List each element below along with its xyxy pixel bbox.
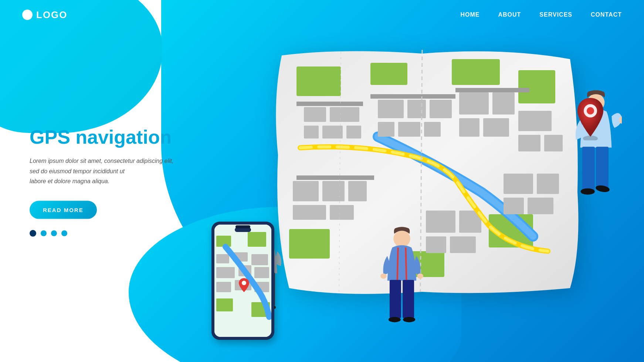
person-2 (378, 225, 426, 340)
header: LOGO HOME ABOUT SERVICES CONTACT (0, 0, 644, 30)
svg-rect-19 (492, 92, 515, 115)
svg-line-70 (397, 247, 398, 281)
big-pin-svg (574, 96, 607, 140)
svg-rect-26 (322, 181, 345, 201)
pagination-dot-1[interactable] (30, 230, 36, 236)
svg-rect-18 (459, 92, 489, 115)
svg-rect-10 (322, 126, 343, 139)
hero-content: GPS navigation Lorem ipsum dolor sit ame… (30, 126, 174, 237)
svg-rect-11 (346, 126, 361, 139)
svg-rect-33 (450, 236, 476, 253)
svg-rect-41 (296, 175, 374, 180)
logo-dot-icon (22, 10, 33, 20)
svg-point-46 (587, 107, 594, 115)
svg-rect-1 (370, 63, 407, 85)
svg-rect-36 (504, 198, 524, 214)
svg-rect-20 (459, 118, 479, 137)
svg-rect-2 (452, 59, 500, 85)
svg-rect-30 (426, 211, 455, 233)
map-illustration (267, 44, 585, 296)
svg-rect-27 (348, 181, 367, 201)
svg-rect-50 (216, 298, 233, 311)
svg-rect-24 (544, 135, 563, 151)
svg-point-61 (242, 281, 246, 285)
svg-rect-7 (304, 107, 326, 122)
svg-rect-75 (403, 280, 414, 318)
svg-rect-28 (293, 205, 326, 220)
svg-rect-74 (390, 280, 401, 318)
svg-rect-38 (296, 102, 363, 106)
svg-rect-55 (216, 267, 235, 278)
svg-rect-0 (296, 66, 341, 96)
svg-rect-22 (518, 111, 552, 131)
hero-illustration (223, 22, 629, 347)
phone-screen (214, 225, 271, 337)
svg-rect-32 (426, 236, 446, 253)
svg-point-69 (393, 230, 410, 247)
main-nav: HOME ABOUT SERVICES CONTACT (460, 11, 622, 18)
phone-notch (235, 225, 250, 228)
svg-rect-40 (455, 88, 529, 92)
map-location-pin (574, 96, 607, 142)
svg-point-73 (417, 273, 423, 279)
svg-rect-29 (330, 205, 354, 220)
svg-point-76 (389, 317, 401, 322)
svg-rect-14 (430, 100, 452, 118)
phone-illustration (211, 222, 274, 340)
hero-description: Lorem ipsum dolor sit amet, consectetur … (30, 156, 174, 186)
hero-title: GPS navigation (30, 126, 174, 148)
pagination-dot-2[interactable] (41, 230, 47, 236)
svg-point-82 (581, 188, 595, 195)
nav-item-about[interactable]: ABOUT (498, 11, 521, 18)
svg-rect-34 (504, 174, 533, 194)
pagination-dot-3[interactable] (51, 230, 57, 236)
pagination-dot-4[interactable] (61, 230, 67, 236)
svg-rect-39 (370, 94, 455, 99)
svg-rect-8 (330, 107, 359, 122)
svg-rect-4 (289, 229, 330, 259)
logo-area: LOGO (22, 9, 68, 21)
svg-rect-80 (582, 147, 595, 190)
svg-rect-81 (596, 147, 609, 190)
svg-rect-52 (216, 254, 229, 263)
svg-point-77 (403, 317, 415, 322)
phone-body (211, 222, 274, 340)
logo-text: LOGO (36, 9, 68, 21)
svg-rect-21 (483, 118, 509, 137)
svg-rect-37 (528, 198, 553, 214)
svg-rect-13 (407, 100, 426, 118)
svg-point-72 (380, 273, 387, 279)
nav-item-home[interactable]: HOME (460, 11, 479, 18)
svg-rect-49 (248, 232, 266, 247)
svg-rect-58 (216, 282, 231, 292)
svg-rect-16 (398, 122, 420, 137)
svg-rect-57 (254, 267, 269, 278)
svg-rect-23 (518, 135, 540, 151)
svg-line-71 (406, 247, 406, 281)
svg-rect-12 (378, 100, 404, 118)
pagination-dots (30, 230, 174, 236)
nav-item-services[interactable]: SERVICES (539, 11, 572, 18)
svg-rect-17 (424, 122, 441, 137)
read-more-button[interactable]: READ MORE (30, 201, 97, 219)
svg-rect-25 (293, 181, 319, 201)
svg-rect-9 (304, 126, 319, 139)
svg-rect-15 (378, 122, 394, 137)
svg-rect-3 (518, 70, 555, 103)
svg-rect-35 (537, 174, 559, 194)
nav-item-contact[interactable]: CONTACT (591, 11, 622, 18)
phone-map-svg (214, 225, 271, 337)
svg-rect-54 (251, 254, 268, 265)
